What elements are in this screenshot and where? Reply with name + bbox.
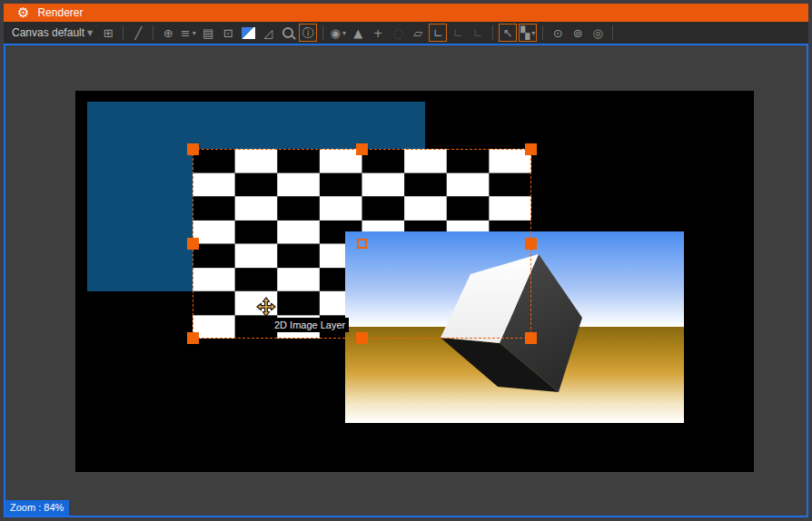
- selection-handle-mid-left[interactable]: [187, 238, 199, 250]
- drag-tooltip: 2D Image Layer: [271, 318, 349, 332]
- skew-gizmo-icon[interactable]: ▱: [409, 24, 427, 42]
- snapshot-copy-icon[interactable]: ⊚: [569, 24, 587, 42]
- toolbar-icon-group: ⊞╱⊕≡▾▤⊡◿ⓘ◉▾▲+◌▱∟∟∟↖▚▾⊙⊚◎: [98, 22, 618, 44]
- render-viewport[interactable]: 2D Image Layer Zoom : 84%: [4, 44, 808, 517]
- toolbar-separator: [322, 25, 323, 40]
- canvas-selector-dropdown[interactable]: Canvas default ▼: [12, 26, 93, 39]
- chevron-down-icon: ▾: [342, 27, 346, 39]
- axes-object-icon[interactable]: ∟: [469, 24, 487, 42]
- translate-gizmo-icon[interactable]: +: [369, 24, 387, 42]
- snapshot-icon[interactable]: ⊙: [549, 24, 567, 42]
- cube-3d-layer[interactable]: [345, 231, 684, 423]
- rotate-gizmo-icon[interactable]: ◌: [389, 24, 407, 42]
- zoom-level-badge: Zoom : 84%: [5, 500, 69, 516]
- mouse-stats-icon[interactable]: ▤: [199, 24, 217, 42]
- selection-handle-top-right[interactable]: [525, 143, 537, 155]
- record-icon[interactable]: ◎: [589, 24, 607, 42]
- display-levels-icon[interactable]: ≡▾: [179, 24, 197, 42]
- selection-handle-bottom-left[interactable]: [187, 332, 199, 344]
- pick-object-icon[interactable]: ◉▾: [329, 24, 347, 42]
- eyedropper-icon[interactable]: ╱: [129, 24, 147, 42]
- toolbar-separator: [612, 25, 613, 40]
- selection-handle-top-left[interactable]: [187, 143, 199, 155]
- cone-gizmo-icon[interactable]: ▲: [349, 24, 367, 42]
- globe-icon[interactable]: ⊕: [159, 24, 177, 42]
- gear-icon[interactable]: ⚙: [17, 6, 29, 20]
- cube-render: [345, 231, 684, 423]
- axes-local-icon[interactable]: ∟: [449, 24, 467, 42]
- window-title: Renderer: [37, 6, 83, 19]
- selection-handle-bottom-mid[interactable]: [356, 332, 368, 344]
- title-bar: ⚙ Renderer: [4, 4, 808, 22]
- select-layer-icon[interactable]: ↖: [499, 24, 517, 42]
- selection-handle-bottom-right[interactable]: [525, 332, 537, 344]
- layout-grid-icon[interactable]: ⊞: [99, 24, 117, 42]
- toolbar: Canvas default ▼ ⊞╱⊕≡▾▤⊡◿ⓘ◉▾▲+◌▱∟∟∟↖▚▾⊙⊚…: [4, 22, 808, 44]
- selection-handle-top-mid[interactable]: [356, 143, 368, 155]
- toolbar-separator: [492, 25, 493, 40]
- alpha-background-icon[interactable]: [239, 24, 257, 42]
- renderer-window: ⚙ Renderer Canvas default ▼ ⊞╱⊕≡▾▤⊡◿ⓘ◉▾▲…: [0, 0, 812, 521]
- magnifier-shape: [282, 27, 293, 38]
- wireframe-cube-icon[interactable]: ⊡: [219, 24, 237, 42]
- alpha-swatch-shape: [242, 27, 255, 39]
- chevron-down-icon: ▼: [87, 29, 93, 37]
- selection-handle-mid-right[interactable]: [525, 238, 537, 250]
- layer-anchor-indicator[interactable]: [357, 239, 367, 249]
- chevron-down-icon: ▾: [531, 27, 535, 39]
- zoom-tool-icon[interactable]: [279, 24, 297, 42]
- chevron-down-icon: ▾: [193, 27, 196, 39]
- fit-view-icon[interactable]: ◿: [259, 24, 277, 42]
- canvas-selector-label: Canvas default: [12, 26, 84, 39]
- toolbar-separator: [153, 25, 153, 40]
- toolbar-separator: [542, 25, 543, 40]
- move-cursor-icon: [256, 297, 276, 317]
- info-overlay-icon[interactable]: ⓘ: [299, 24, 317, 42]
- select-transparent-icon[interactable]: ▚▾: [519, 24, 537, 42]
- toolbar-separator: [123, 25, 124, 40]
- render-canvas[interactable]: 2D Image Layer: [75, 91, 754, 472]
- axes-screen-icon[interactable]: ∟: [429, 24, 447, 42]
